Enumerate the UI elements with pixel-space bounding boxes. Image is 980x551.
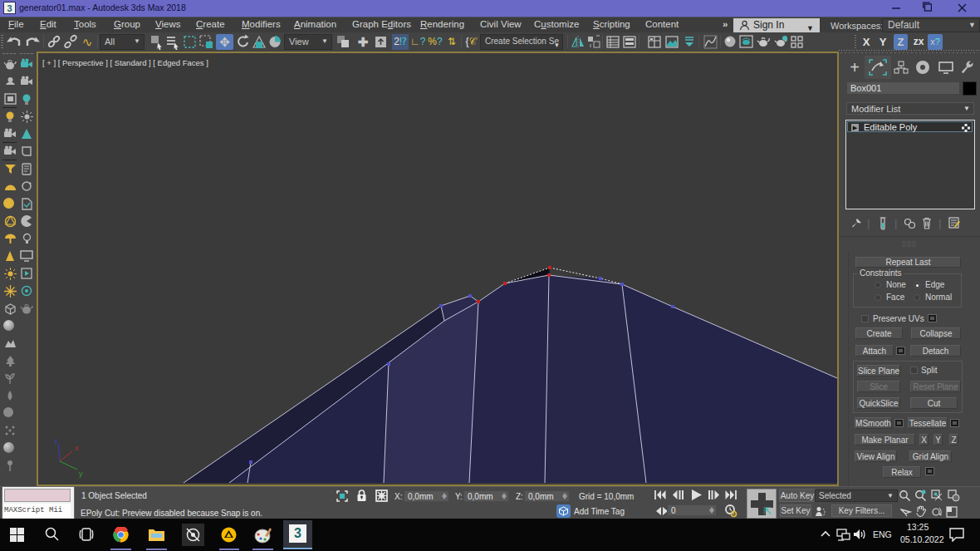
svg-text:x: x <box>75 444 79 452</box>
svg-text:y: y <box>79 470 83 478</box>
svg-text:z: z <box>54 437 58 445</box>
